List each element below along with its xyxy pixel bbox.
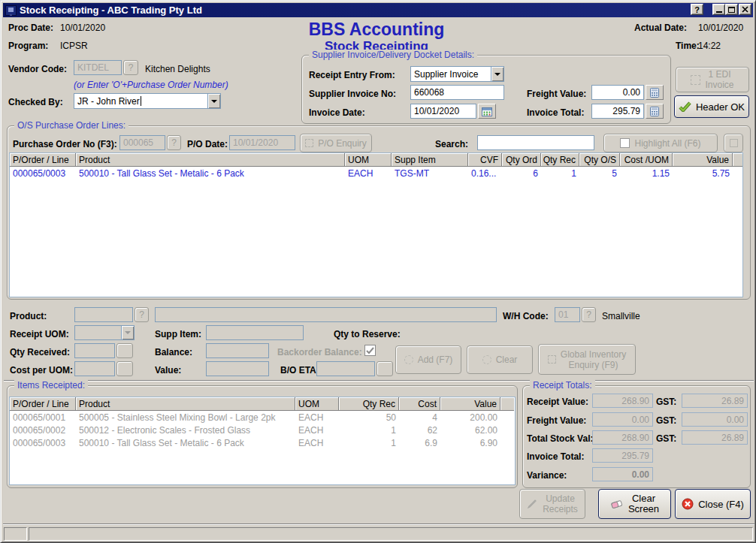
items-receipted-table: P/Order / Line Product UOM Qty Rec Cost … [9, 397, 516, 485]
column-header[interactable]: Supp Item [392, 153, 468, 167]
column-header[interactable]: Cost [399, 397, 440, 411]
column-header[interactable]: Qty Rec [339, 397, 399, 411]
column-header[interactable]: P/Order / Line [10, 397, 76, 411]
bo-eta-label: B/O ETA: [280, 365, 319, 376]
receipt-entry-from-combobox[interactable]: Supplier Invoice [410, 66, 504, 82]
bo-eta-button[interactable] [376, 361, 393, 376]
cost-per-uom-input[interactable] [74, 361, 115, 376]
checked-by-combobox[interactable]: JR - John River [74, 93, 221, 109]
minimize-button[interactable] [712, 4, 725, 15]
table-row[interactable]: 000065/0003 500010 - Tall Glass Set - Me… [10, 436, 515, 449]
po-enquiry-label: P/O Enquiry [318, 138, 367, 149]
column-header[interactable]: Cost /UOM [620, 153, 673, 167]
product-description-input[interactable] [155, 307, 497, 322]
supplier-invoice-no-label: Supplier Invoice No: [309, 89, 396, 99]
cell-value: 62.00 [440, 425, 500, 436]
column-header[interactable]: Product [76, 397, 295, 411]
column-header[interactable]: Value [673, 153, 733, 167]
header-ok-button[interactable]: Header OK [674, 95, 749, 118]
freight-total-field: 0.00 [592, 412, 653, 427]
check-icon [366, 347, 374, 354]
vendor-name: Kitchen Delights [145, 64, 210, 74]
po-no-input[interactable]: 000065 [119, 135, 165, 150]
cell-supp-item: TGS-MT [392, 168, 468, 179]
cell-qty-ord: 6 [502, 168, 541, 179]
vendor-lookup-button[interactable]: ? [123, 60, 138, 75]
column-header[interactable]: UOM [345, 153, 392, 167]
po-lookup-button[interactable]: ? [167, 135, 181, 150]
column-header[interactable]: Qty O/S [579, 153, 620, 167]
balance-input[interactable] [206, 343, 269, 358]
invoice-total-calculator-button[interactable] [646, 104, 664, 119]
edi-invoice-icon [691, 75, 700, 85]
receipt-entry-dropdown-button[interactable] [491, 67, 503, 81]
po-enquiry-button[interactable]: P/O Enquiry [300, 134, 372, 152]
help-button[interactable]: ? [691, 4, 703, 15]
clear-screen-button[interactable]: ClearScreen [598, 489, 671, 519]
clear-icon [482, 355, 491, 364]
clear-screen-label-2: Screen [628, 504, 659, 514]
receipt-uom-label: Receipt UOM: [10, 329, 69, 339]
invoice-date-input[interactable]: 10/01/2020 [410, 104, 476, 119]
close-icon [741, 5, 749, 14]
column-header[interactable]: UOM [295, 397, 339, 411]
add-button[interactable]: Add (F7) [395, 345, 461, 374]
app-icon [5, 5, 17, 16]
checked-by-label: Checked By: [8, 97, 63, 107]
highlight-all-button[interactable]: Highlight All (F6) [603, 134, 718, 152]
invoice-total-input[interactable]: 295.79 [591, 104, 644, 119]
wh-lookup-button[interactable]: ? [582, 307, 596, 322]
wh-code-label: W/H Code: [503, 311, 549, 321]
cell-qty-os: 5 [579, 168, 620, 179]
po-extra-button[interactable] [724, 134, 743, 152]
wh-code-input[interactable]: 01 [555, 307, 580, 322]
freight-calculator-button[interactable] [646, 85, 664, 100]
freight-value-input[interactable]: 0.00 [591, 85, 644, 100]
product-lookup-button[interactable]: ? [135, 307, 149, 322]
cost-per-uom-button[interactable] [116, 361, 133, 376]
table-row[interactable]: 000065/0002 500012 - Electronic Scales -… [10, 424, 515, 436]
product-code-input[interactable] [74, 307, 133, 322]
column-header[interactable]: P/Order / Line [10, 153, 76, 167]
receipt-value-label: Receipt Value: [527, 397, 588, 407]
value-input[interactable] [206, 361, 269, 376]
receipt-uom-combobox[interactable] [74, 325, 135, 340]
qty-received-input[interactable] [74, 343, 115, 358]
cell-cost-uom: 1.15 [620, 168, 673, 179]
proc-date-label: Proc Date: [8, 23, 53, 33]
close-button[interactable]: Close (F4) [675, 489, 751, 519]
invoice-date-calendar-button[interactable] [478, 104, 496, 119]
update-receipts-button[interactable]: UpdateReceipts [519, 489, 585, 519]
close-window-button[interactable] [739, 4, 751, 15]
update-receipts-label-2: Receipts [543, 504, 578, 514]
column-header[interactable]: Qty Ord [502, 153, 541, 167]
column-header[interactable]: Value [440, 397, 500, 411]
receipt-uom-dropdown-button[interactable] [121, 326, 134, 339]
clear-button[interactable]: Clear [467, 345, 533, 374]
search-input[interactable] [477, 135, 594, 150]
cell-qty-rec: 1 [339, 438, 399, 448]
bo-eta-input[interactable] [316, 361, 375, 376]
highlight-all-label: Highlight All (F6) [634, 138, 700, 149]
eraser-icon [610, 499, 624, 509]
table-row[interactable]: 000065/0001 500005 - Stainless Steel Mix… [10, 411, 515, 424]
freight-value-label: Freight Value: [527, 89, 586, 99]
vendor-code-input[interactable]: KITDEL [74, 60, 122, 75]
maximize-button[interactable] [725, 4, 738, 15]
global-inventory-enquiry-button[interactable]: Global InventoryEnquiry (F9) [538, 344, 636, 375]
table-row[interactable]: 000065/0003 500010 - Tall Glass Set - Me… [10, 167, 742, 179]
supplier-invoice-no-input[interactable]: 660068 [410, 85, 504, 100]
column-header[interactable]: Product [76, 153, 345, 167]
qty-received-button[interactable] [116, 343, 133, 358]
invoice-total-field: 295.79 [592, 448, 653, 463]
column-header[interactable]: Qty Rec [541, 153, 579, 167]
supp-item-input[interactable] [206, 325, 304, 340]
po-date-input[interactable]: 10/01/2020 [229, 135, 295, 150]
checked-by-dropdown-button[interactable] [207, 94, 220, 108]
cell-po-line: 000065/0003 [10, 438, 76, 448]
stock-receipting-window: Stock Receipting - ABC Trading Pty Ltd ?… [0, 0, 756, 543]
column-header[interactable]: CVF [468, 153, 502, 167]
edi-invoice-button[interactable]: 1 EDIInvoice [676, 67, 749, 92]
search-label: Search: [435, 139, 468, 149]
backorder-balance-checkbox[interactable] [364, 345, 376, 356]
